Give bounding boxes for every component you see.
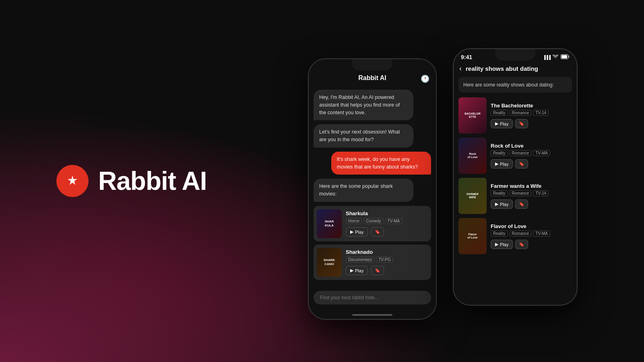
sharkula-card: SHARKULA Sharkula Horror Comedy TV-MA — [314, 206, 431, 241]
phone-notch-1 — [352, 59, 392, 70]
bachelorette-tags: Reality Romance TV-14 — [491, 110, 572, 116]
bookmark-icon-2: 🔖 — [375, 268, 380, 273]
rock-bookmark-btn[interactable]: 🔖 — [515, 159, 528, 169]
sharkula-title: Sharkula — [346, 210, 428, 216]
sharknado-rating: TV-PG — [376, 257, 393, 263]
bachelorette-thumb: BACHELORETTE — [458, 97, 487, 134]
rock-actions: ▶ Play 🔖 — [491, 159, 572, 169]
results-phone-screen: 9:41 ▐▐▐ — [454, 49, 577, 305]
bach-rating: TV-14 — [533, 110, 549, 116]
farmer-thumb: FARMERWIFE — [458, 178, 487, 214]
sharknado-card: SHARKCANO Sharknado Documentary TV-PG ▶ — [314, 245, 431, 280]
battery-icon — [561, 54, 570, 60]
chat-messages-area: Hey, I'm Rabbit AI, An AI powered assist… — [309, 86, 436, 287]
sharknado-genre: Documentary — [346, 257, 374, 263]
branding-section: Rabbit AI — [56, 165, 207, 197]
bachelorette-play-btn[interactable]: ▶ Play — [491, 119, 513, 128]
chat-phone-screen: Rabbit AI 🕐 Hey, I'm Rabbit AI, An AI po… — [309, 59, 436, 319]
back-button[interactable]: ‹ — [459, 64, 462, 73]
sharkula-play-button[interactable]: ▶ Play — [346, 227, 368, 237]
sharkula-genre: Horror — [346, 218, 362, 224]
farmer-actions: ▶ Play 🔖 — [491, 200, 572, 209]
sharknado-actions: ▶ Play 🔖 — [346, 266, 428, 275]
play-icon-2: ▶ — [350, 268, 353, 273]
farmer-subgenre: Romance — [510, 190, 532, 196]
ai-message-3: Here are the some popular shark movies: — [314, 179, 413, 202]
rock-info: Rock of Love Reality Romance TV-MA ▶ Pla… — [491, 143, 572, 169]
flavor-rating: TV-MA — [533, 230, 550, 237]
flavor-title: Flavor of Love — [491, 223, 572, 229]
sharkula-bookmark-button[interactable]: 🔖 — [371, 227, 384, 237]
shark-movie-cards: SHARKULA Sharkula Horror Comedy TV-MA — [314, 206, 431, 280]
sharknado-title: Sharknado — [346, 249, 428, 255]
result-intro-text: Here are some reality shows about dating… — [463, 82, 554, 88]
play-icon-b: ▶ — [495, 121, 498, 126]
signal-icon: ▐▐▐ — [543, 55, 550, 60]
rock-play-btn[interactable]: ▶ Play — [491, 159, 513, 169]
status-icons: ▐▐▐ — [543, 54, 570, 60]
chat-header-title: Rabbit AI — [358, 74, 386, 82]
sharkula-tags: Horror Comedy TV-MA — [346, 218, 428, 224]
sharknado-thumbnail: SHARKCANO — [317, 248, 342, 277]
bookmark-icon: 🔖 — [375, 229, 380, 234]
flavor-tags: Reality Romance TV-MA — [491, 230, 572, 237]
bach-subgenre: Romance — [510, 110, 532, 116]
play-icon: ▶ — [350, 229, 353, 234]
rock-title: Rock of Love — [491, 143, 572, 149]
sharknado-info: Sharknado Documentary TV-PG ▶ Play — [346, 249, 428, 275]
history-icon[interactable]: 🕐 — [421, 74, 429, 83]
flavor-card: Flavorof Love Flavor of Love Reality Rom… — [458, 218, 572, 254]
play-icon-f: ▶ — [495, 202, 498, 207]
farmer-genre: Reality — [491, 190, 508, 196]
rock-of-love-card: Rockof Love Rock of Love Reality Romance… — [458, 138, 572, 174]
sharknado-bookmark-button[interactable]: 🔖 — [371, 266, 384, 275]
play-icon-r: ▶ — [495, 161, 498, 167]
farmer-tags: Reality Romance TV-14 — [491, 190, 572, 196]
play-icon-fl: ▶ — [495, 242, 498, 247]
sharkula-subgenre: Comedy — [363, 218, 383, 224]
rock-subgenre: Romance — [510, 150, 532, 156]
brand-name-text: Rabbit AI — [98, 166, 207, 196]
status-time: 9:41 — [461, 54, 472, 60]
bachelorette-bookmark-btn[interactable]: 🔖 — [515, 119, 528, 128]
chat-input-area — [309, 287, 436, 313]
bachelorette-card: BACHELORETTE The Bachelorette Reality Ro… — [458, 97, 572, 134]
flavor-thumb: Flavorof Love — [458, 218, 487, 254]
bachelorette-title: The Bachelorette — [491, 103, 572, 109]
farmer-info: Farmer wants a Wife Reality Romance TV-1… — [491, 183, 572, 209]
results-phone: 9:41 ▐▐▐ — [453, 48, 578, 306]
sharknado-play-button[interactable]: ▶ Play — [346, 266, 368, 275]
rock-rating: TV-MA — [533, 150, 550, 156]
brand-logo — [56, 165, 89, 197]
home-bar-1 — [352, 314, 392, 316]
result-intro-box: Here are some reality shows about dating… — [458, 77, 572, 93]
svg-rect-2 — [561, 55, 567, 58]
flavor-info: Flavor of Love Reality Romance TV-MA ▶ P… — [491, 223, 572, 249]
sharkula-rating: TV-MA — [385, 218, 402, 224]
sharknado-tags: Documentary TV-PG — [346, 257, 428, 263]
phones-showcase: Rabbit AI 🕐 Hey, I'm Rabbit AI, An AI po… — [242, 0, 644, 362]
flavor-play-btn[interactable]: ▶ Play — [491, 240, 513, 249]
results-header: ‹ reality shows abut dating — [454, 62, 577, 77]
farmer-play-btn[interactable]: ▶ Play — [491, 200, 513, 209]
rabbit-ai-logo-icon — [64, 172, 81, 190]
rock-genre: Reality — [491, 150, 508, 156]
bachelorette-actions: ▶ Play 🔖 — [491, 119, 572, 128]
svg-point-0 — [70, 179, 74, 183]
farmer-bookmark-btn[interactable]: 🔖 — [515, 200, 528, 209]
ai-message-1: Hey, I'm Rabbit AI, An AI powered assist… — [314, 90, 413, 120]
flavor-genre: Reality — [491, 230, 508, 237]
sharkula-thumbnail: SHARKULA — [317, 209, 342, 238]
flavor-actions: ▶ Play 🔖 — [491, 240, 572, 249]
rock-thumb: Rockof Love — [458, 138, 487, 174]
sharkula-info: Sharkula Horror Comedy TV-MA ▶ Play — [346, 210, 428, 237]
rock-tags: Reality Romance TV-MA — [491, 150, 572, 156]
flavor-subgenre: Romance — [510, 230, 532, 237]
flavor-bookmark-btn[interactable]: 🔖 — [515, 240, 528, 249]
farmer-rating: TV-14 — [533, 190, 549, 196]
results-title: reality shows abut dating — [466, 65, 538, 72]
chat-search-input[interactable] — [314, 291, 431, 304]
ai-message-2: Let's find your next obsession! What are… — [314, 124, 413, 148]
user-message-1: It's shark week, do you have any movies … — [331, 152, 431, 175]
sharkula-actions: ▶ Play 🔖 — [346, 227, 428, 237]
